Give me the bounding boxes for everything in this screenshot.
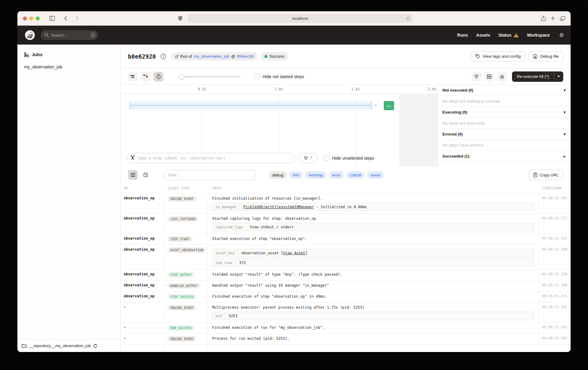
step-subset-field — [127, 153, 295, 163]
clipboard-icon — [533, 172, 537, 177]
panel-section-succeeded[interactable]: Succeeded (1) ▶ — [437, 151, 571, 162]
address-bar[interactable]: localhost — [188, 14, 412, 23]
info-icon[interactable] — [160, 53, 166, 60]
reexecute-all-button[interactable]: Re-execute All (*) — [512, 71, 554, 82]
metadata-key: pid — [212, 312, 225, 320]
log-event-type-cell: LOGS_CAPTURED — [165, 214, 208, 234]
forward-button[interactable] — [73, 14, 82, 23]
panel-empty-text: No steps are waiting to execute — [437, 96, 571, 107]
debug-file-button[interactable]: Debug file — [528, 51, 563, 62]
log-event-type-cell: STEP_SUCCESS — [165, 292, 208, 302]
tab-overview-icon[interactable] — [560, 16, 565, 21]
log-row[interactable]: observation_opSTEP_OUTPUTYielded output … — [121, 270, 571, 281]
filler-type — [165, 345, 208, 352]
nav-status[interactable]: Status — [499, 33, 519, 38]
column-header-info: INFO — [208, 186, 539, 190]
gantt-canvas[interactable]: o o… — [121, 94, 437, 167]
job-link[interactable]: my_observation_job — [194, 54, 229, 59]
log-level-debug[interactable]: debug — [269, 171, 287, 179]
address-bar-url: localhost — [292, 16, 308, 21]
log-level-critical[interactable]: critical — [347, 171, 365, 179]
panel-section-executing[interactable]: Executing (0) ▼ — [437, 107, 571, 118]
graph-layers-button[interactable]: ^ — [299, 153, 317, 163]
filter-lines-icon-button[interactable] — [472, 72, 481, 82]
log-row[interactable]: observation_opSTEP_STARTStarted executio… — [121, 234, 571, 245]
reexecute-options-button[interactable] — [554, 71, 563, 82]
log-row[interactable]: -ENGINE_EVENTProcess for run exited (pid… — [121, 334, 571, 345]
privacy-shield-icon[interactable] — [176, 14, 185, 23]
log-level-event[interactable]: event — [367, 171, 384, 179]
zoom-slider[interactable] — [179, 76, 240, 77]
metadata-link[interactable]: View Asset — [283, 251, 305, 255]
log-row[interactable]: -ENGINE_EVENTMultiprocess executor: pare… — [121, 303, 571, 323]
timing-view-button[interactable] — [154, 72, 163, 82]
sidebar-item-my-observation-job[interactable]: my_observation_job — [24, 64, 114, 69]
gantt-step-marker: o — [375, 103, 377, 107]
commit-link[interactable]: 659ee1bf — [237, 54, 253, 59]
settings-gear-icon[interactable]: ⚙ — [559, 32, 564, 38]
view-tags-config-button[interactable]: View tags and config — [471, 51, 525, 62]
jobs-header: Jobs — [24, 52, 114, 57]
gantt-waiting-band — [130, 102, 372, 110]
log-info-cell: Multiprocess executor: parent process ex… — [208, 303, 539, 322]
collapse-caret: ^ — [310, 156, 312, 160]
log-row[interactable]: observation_opSTEP_SUCCESSFinished execu… — [121, 292, 571, 303]
log-timestamp-cell: 09:49:31.208 — [539, 281, 571, 291]
log-level-info[interactable]: info — [289, 171, 303, 179]
reload-icon[interactable] — [406, 16, 410, 20]
step-subset-input[interactable] — [127, 153, 295, 163]
dagster-logo[interactable] — [24, 29, 36, 41]
log-filter-input[interactable] — [164, 170, 256, 180]
event-type-tag: ASSET_OBSERVATION — [168, 247, 206, 253]
axis-tick: 1.5s — [351, 87, 360, 91]
waterfall-view-button[interactable] — [141, 72, 151, 82]
metadata-value: 5253 — [225, 314, 241, 318]
nav-workspace[interactable]: Workspace — [527, 33, 550, 38]
sidebar-toggle-icon[interactable] — [48, 14, 57, 23]
log-table-header: OP EVENT TYPE INFO TIMESTAMP — [121, 183, 571, 194]
minimize-window-button[interactable] — [29, 16, 33, 20]
eject-icon-button[interactable] — [497, 72, 507, 82]
new-tab-icon[interactable] — [551, 16, 555, 20]
tag-icon — [476, 54, 480, 59]
copy-url-button[interactable]: Copy URL — [529, 170, 563, 180]
hide-unselected-checkbox[interactable] — [324, 155, 329, 161]
nav-assets[interactable]: Assets — [476, 33, 490, 38]
log-message: Finished execution of run for "my_observ… — [212, 325, 534, 330]
log-level-warning[interactable]: warning — [305, 171, 326, 179]
split-panels-icon-button[interactable] — [485, 72, 494, 82]
zoom-window-button[interactable] — [36, 16, 40, 20]
panel-section-errored[interactable]: Errored (0) ▼ — [437, 129, 571, 140]
log-row[interactable]: observation_opLOGS_CAPTUREDStarted captu… — [121, 214, 571, 234]
back-button[interactable] — [61, 14, 70, 23]
metadata-link[interactable]: PickledObjectFilesystemIOManager — [243, 205, 314, 209]
log-timestamp-cell: 09:49:31.235 — [539, 303, 571, 322]
log-structured-view-button[interactable] — [141, 170, 151, 180]
zoom-slider-knob[interactable] — [179, 74, 184, 79]
reload-repository-icon[interactable] — [93, 344, 97, 348]
jobs-sidebar: Jobs my_observation_job __repository__my… — [17, 45, 121, 352]
search-input[interactable] — [41, 30, 98, 40]
panel-section-not-executed[interactable]: Not executed (0) ▼ — [437, 85, 571, 96]
flatten-view-button[interactable] — [128, 72, 138, 82]
log-row[interactable]: observation_opASSET_OBSERVATIONasset_key… — [121, 245, 571, 270]
share-icon[interactable] — [541, 16, 546, 21]
close-window-button[interactable] — [23, 16, 27, 20]
search-icon — [44, 33, 49, 37]
log-message: Started capturing logs for step: observa… — [212, 216, 534, 221]
reexecute-split-button: Re-execute All (*) — [512, 71, 563, 82]
log-row[interactable]: -RUN_SUCCESSFinished execution of run fo… — [121, 323, 571, 334]
log-row[interactable]: observation_opENGINE_EVENTFinished initi… — [121, 194, 571, 214]
global-search[interactable]: / — [41, 30, 98, 40]
log-level-error[interactable]: error — [329, 171, 344, 179]
browser-chrome: localhost — [17, 11, 571, 26]
log-row[interactable]: observation_opHANDLED_OUTPUTHandled outp… — [121, 281, 571, 292]
run-header: b0e62920 ↺ Run of my_observation_job @ 6… — [121, 45, 571, 68]
log-event-type-cell: STEP_OUTPUT — [165, 270, 208, 280]
log-list-view-button[interactable] — [128, 170, 138, 180]
metadata-entry: captured_logsView stdout / stderr — [212, 223, 534, 231]
hide-not-started-checkbox[interactable] — [254, 74, 260, 79]
gantt-step-bar-observation-op[interactable]: o… — [384, 101, 394, 110]
metadata-key: asset_key — [212, 249, 238, 257]
nav-runs[interactable]: Runs — [457, 33, 468, 38]
